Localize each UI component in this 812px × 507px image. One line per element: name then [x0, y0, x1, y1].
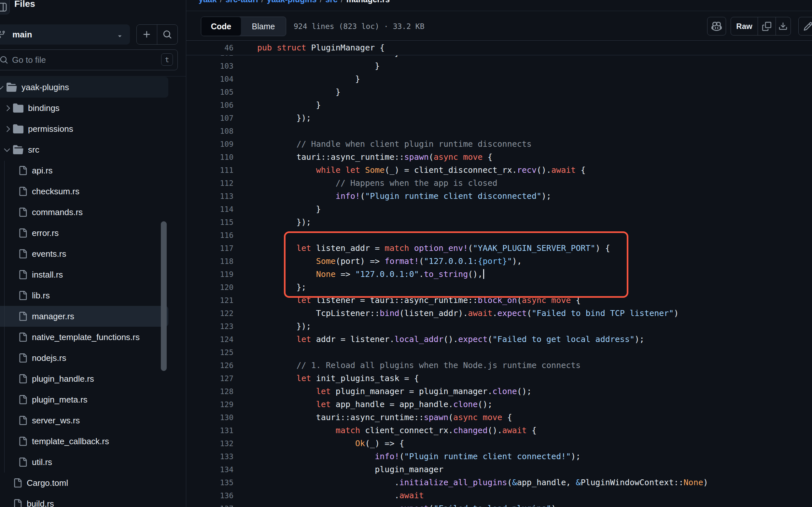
add-file-icon — [142, 30, 151, 39]
file-tree: yaak-plugins bindings permissions src ap… — [0, 77, 186, 507]
code-text: }; — [257, 281, 306, 294]
collapse-sidebar-button[interactable] — [0, 0, 10, 14]
sidebar-scrollbar-thumb[interactable] — [161, 221, 167, 371]
line-number[interactable]: 112 — [186, 177, 242, 190]
line-number[interactable]: 137 — [186, 502, 242, 507]
code-line: 134 plugin_manager — [186, 463, 812, 476]
code-text: TcpListener::bind(listen_addr).await.exp… — [257, 307, 679, 320]
line-number[interactable]: 136 — [186, 489, 242, 502]
tree-item-plugin-meta-rs[interactable]: plugin_meta.rs — [0, 389, 168, 410]
tree-item-label: nodejs.rs — [32, 353, 66, 363]
code-line: 106 } — [186, 99, 812, 112]
file-icon — [18, 416, 28, 425]
tree-item-server-ws-rs[interactable]: server_ws.rs — [0, 410, 168, 431]
tree-item-permissions[interactable]: permissions — [0, 118, 168, 139]
line-number[interactable]: 114 — [186, 203, 242, 216]
line-number[interactable]: 132 — [186, 437, 242, 450]
code-text: .expect("Failed to load plugins") — [257, 502, 556, 507]
tree-item-lib-rs[interactable]: lib.rs — [0, 285, 168, 306]
code-text: let listen_addr = match option_env!("YAA… — [257, 242, 610, 255]
tree-item-error-rs[interactable]: error.rs — [0, 223, 168, 243]
code-text: pub struct PluginManager { — [257, 41, 384, 55]
line-number[interactable]: 111 — [186, 164, 242, 177]
tree-item-label: manager.rs — [32, 312, 74, 322]
add-file-button[interactable] — [137, 25, 157, 44]
line-number[interactable]: 131 — [186, 424, 242, 437]
code-line: 111 while let Some(_) = client_disconnec… — [186, 164, 812, 177]
tree-item-label: checksum.rs — [32, 186, 79, 196]
tree-item-src[interactable]: src — [0, 139, 168, 160]
line-number[interactable]: 105 — [186, 86, 242, 99]
line-number[interactable]: 118 — [186, 255, 242, 268]
line-number[interactable]: 128 — [186, 385, 242, 398]
line-number[interactable]: 104 — [186, 72, 242, 86]
file-icon — [18, 291, 28, 300]
line-number[interactable]: 117 — [186, 242, 242, 255]
file-icon — [18, 457, 28, 467]
line-number[interactable]: 109 — [186, 138, 242, 151]
tree-item-template-callback-rs[interactable]: template_callback.rs — [0, 431, 168, 452]
code-line: 121 let listener = tauri::async_runtime:… — [186, 294, 812, 307]
line-number[interactable]: 110 — [186, 151, 242, 164]
tree-item-build-rs[interactable]: build.rs — [0, 493, 168, 507]
file-icon — [13, 478, 22, 488]
branch-selector[interactable]: main — [0, 24, 130, 45]
line-number[interactable]: 134 — [186, 463, 242, 476]
line-number[interactable]: 130 — [186, 411, 242, 424]
code-text: let app_handle = app_handle.clone(); — [257, 398, 493, 411]
line-number[interactable]: 120 — [186, 281, 242, 294]
line-number[interactable]: 107 — [186, 112, 242, 125]
code-line: 130 tauri::async_runtime::spawn(async mo… — [186, 411, 812, 424]
line-number[interactable]: 125 — [186, 346, 242, 359]
tree-item-plugin-handle-rs[interactable]: plugin_handle.rs — [0, 369, 168, 389]
line-number[interactable]: 121 — [186, 294, 242, 307]
tree-item-label: events.rs — [32, 249, 66, 259]
code-text: Ok(_) => { — [257, 437, 404, 450]
line-number[interactable]: 46 — [186, 41, 242, 55]
code-text: while let Some(_) = client_disconnect_rx… — [257, 164, 586, 177]
line-number[interactable]: 106 — [186, 99, 242, 112]
code-line: 105 } — [186, 86, 812, 99]
line-number[interactable]: 116 — [186, 229, 242, 242]
chevron-down-icon — [116, 32, 123, 39]
line-number[interactable]: 122 — [186, 307, 242, 320]
tree-item-checksum-rs[interactable]: checksum.rs — [0, 181, 168, 202]
tree-item-events-rs[interactable]: events.rs — [0, 243, 168, 264]
tree-item-bindings[interactable]: bindings — [0, 98, 168, 118]
tree-item-util-rs[interactable]: util.rs — [0, 452, 168, 472]
sticky-context-line: 46 pub struct PluginManager { — [186, 41, 812, 55]
file-icon — [13, 499, 22, 507]
code-text: .initialize_all_plugins(&app_handle, &Pl… — [257, 476, 708, 489]
line-number[interactable]: 123 — [186, 320, 242, 333]
file-icon — [18, 312, 28, 321]
tree-item-native-template-functions-rs[interactable]: native_template_functions.rs — [0, 327, 168, 347]
line-number[interactable]: 135 — [186, 476, 242, 489]
tree-indent-guide — [4, 161, 5, 472]
line-number[interactable]: 103 — [186, 60, 242, 72]
tree-item-cargo-toml[interactable]: Cargo.toml — [0, 472, 168, 493]
file-icon — [18, 395, 28, 404]
line-number[interactable]: 119 — [186, 268, 242, 281]
line-number[interactable]: 127 — [186, 372, 242, 385]
line-number[interactable]: 113 — [186, 190, 242, 203]
code-text: .await — [257, 489, 424, 502]
line-number[interactable]: 108 — [186, 125, 242, 138]
line-number[interactable]: 115 — [186, 216, 242, 229]
chevron-icon — [0, 83, 5, 92]
line-number[interactable]: 129 — [186, 398, 242, 411]
tree-item-manager-rs[interactable]: manager.rs — [0, 306, 168, 327]
code-text: let plugin_manager = plugin_manager.clon… — [257, 385, 532, 398]
search-tree-button[interactable] — [157, 25, 177, 44]
tree-item-nodejs-rs[interactable]: nodejs.rs — [0, 347, 168, 369]
line-number[interactable]: 124 — [186, 333, 242, 346]
search-icon — [0, 56, 8, 64]
code-container-border — [186, 40, 812, 41]
tree-item-install-rs[interactable]: install.rs — [0, 264, 168, 285]
line-number[interactable]: 133 — [186, 450, 242, 463]
tree-item-commands-rs[interactable]: commands.rs — [0, 202, 168, 223]
code-text: let addr = listener.local_addr().expect(… — [257, 333, 644, 346]
go-to-file-input[interactable] — [11, 51, 150, 69]
tree-item-yaak-plugins[interactable]: yaak-plugins — [0, 77, 168, 98]
tree-item-api-rs[interactable]: api.rs — [0, 160, 168, 181]
line-number[interactable]: 126 — [186, 359, 242, 372]
